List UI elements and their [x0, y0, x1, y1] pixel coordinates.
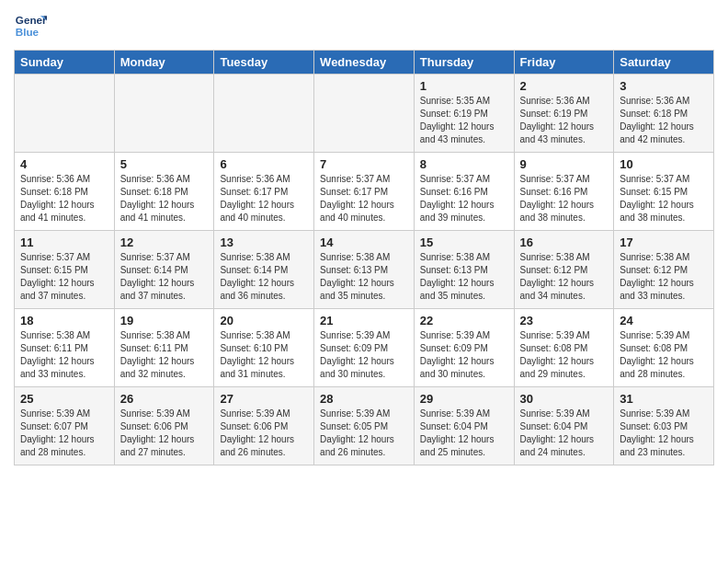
day-info: Sunrise: 5:38 AMSunset: 6:12 PMDaylight:… [520, 251, 609, 303]
day-info: Sunrise: 5:37 AMSunset: 6:16 PMDaylight:… [420, 173, 508, 224]
calendar-cell: 30Sunrise: 5:39 AMSunset: 6:04 PMDayligh… [514, 387, 614, 465]
day-number: 13 [220, 236, 308, 249]
day-number: 29 [420, 392, 508, 406]
day-number: 30 [520, 392, 609, 406]
calendar-cell: 7Sunrise: 5:37 AMSunset: 6:17 PMDaylight… [314, 153, 415, 231]
weekday-header-wednesday: Wednesday [314, 51, 415, 75]
calendar-cell: 27Sunrise: 5:39 AMSunset: 6:06 PMDayligh… [214, 387, 314, 465]
calendar-cell: 28Sunrise: 5:39 AMSunset: 6:05 PMDayligh… [314, 387, 415, 465]
day-number: 16 [520, 236, 609, 249]
day-number: 21 [320, 314, 408, 327]
calendar-cell: 19Sunrise: 5:38 AMSunset: 6:11 PMDayligh… [114, 309, 214, 387]
day-number: 19 [120, 314, 209, 327]
weekday-header-row: SundayMondayTuesdayWednesdayThursdayFrid… [15, 51, 714, 75]
day-number: 6 [220, 157, 308, 171]
calendar-cell: 8Sunrise: 5:37 AMSunset: 6:16 PMDaylight… [414, 153, 514, 231]
calendar-cell: 17Sunrise: 5:38 AMSunset: 6:12 PMDayligh… [614, 231, 714, 309]
svg-text:General: General [16, 14, 47, 26]
day-number: 8 [420, 157, 508, 171]
calendar-week-row: 4Sunrise: 5:36 AMSunset: 6:18 PMDaylight… [15, 153, 714, 231]
day-number: 25 [20, 392, 108, 406]
logo: General Blue [14, 9, 47, 42]
calendar-cell: 21Sunrise: 5:39 AMSunset: 6:09 PMDayligh… [314, 309, 415, 387]
day-number: 28 [320, 392, 408, 406]
day-info: Sunrise: 5:36 AMSunset: 6:18 PMDaylight:… [620, 95, 708, 146]
calendar-cell: 4Sunrise: 5:36 AMSunset: 6:18 PMDaylight… [15, 153, 115, 231]
calendar-cell: 6Sunrise: 5:36 AMSunset: 6:17 PMDaylight… [214, 153, 314, 231]
calendar-cell: 16Sunrise: 5:38 AMSunset: 6:12 PMDayligh… [514, 231, 614, 309]
calendar-cell: 25Sunrise: 5:39 AMSunset: 6:07 PMDayligh… [15, 387, 115, 465]
weekday-header-friday: Friday [514, 51, 614, 75]
day-number: 11 [20, 236, 108, 249]
day-info: Sunrise: 5:39 AMSunset: 6:07 PMDaylight:… [20, 408, 108, 459]
day-info: Sunrise: 5:36 AMSunset: 6:18 PMDaylight:… [120, 173, 209, 224]
weekday-header-saturday: Saturday [614, 51, 714, 75]
day-number: 31 [620, 392, 708, 406]
day-number: 14 [320, 236, 408, 249]
day-number: 2 [520, 79, 609, 93]
calendar-cell [114, 75, 214, 153]
day-info: Sunrise: 5:39 AMSunset: 6:05 PMDaylight:… [320, 408, 408, 459]
day-info: Sunrise: 5:39 AMSunset: 6:09 PMDaylight:… [320, 329, 408, 381]
day-number: 12 [120, 236, 209, 249]
day-info: Sunrise: 5:37 AMSunset: 6:14 PMDaylight:… [120, 251, 209, 303]
calendar-cell: 20Sunrise: 5:38 AMSunset: 6:10 PMDayligh… [214, 309, 314, 387]
calendar-cell: 15Sunrise: 5:38 AMSunset: 6:13 PMDayligh… [414, 231, 514, 309]
day-number: 9 [520, 157, 609, 171]
logo-icon: General Blue [14, 9, 47, 42]
day-info: Sunrise: 5:39 AMSunset: 6:04 PMDaylight:… [420, 408, 508, 459]
day-info: Sunrise: 5:39 AMSunset: 6:04 PMDaylight:… [520, 408, 609, 459]
day-info: Sunrise: 5:37 AMSunset: 6:16 PMDaylight:… [520, 173, 609, 224]
day-info: Sunrise: 5:39 AMSunset: 6:03 PMDaylight:… [620, 408, 708, 459]
day-info: Sunrise: 5:37 AMSunset: 6:17 PMDaylight:… [320, 173, 408, 224]
calendar-cell: 26Sunrise: 5:39 AMSunset: 6:06 PMDayligh… [114, 387, 214, 465]
calendar-cell: 9Sunrise: 5:37 AMSunset: 6:16 PMDaylight… [514, 153, 614, 231]
calendar-cell: 29Sunrise: 5:39 AMSunset: 6:04 PMDayligh… [414, 387, 514, 465]
day-info: Sunrise: 5:38 AMSunset: 6:12 PMDaylight:… [620, 251, 708, 303]
day-info: Sunrise: 5:38 AMSunset: 6:13 PMDaylight:… [420, 251, 508, 303]
calendar-cell: 5Sunrise: 5:36 AMSunset: 6:18 PMDaylight… [114, 153, 214, 231]
day-info: Sunrise: 5:38 AMSunset: 6:11 PMDaylight:… [20, 329, 108, 381]
calendar-cell: 24Sunrise: 5:39 AMSunset: 6:08 PMDayligh… [614, 309, 714, 387]
day-number: 3 [620, 79, 708, 93]
calendar-cell [15, 75, 115, 153]
calendar-cell: 2Sunrise: 5:36 AMSunset: 6:19 PMDaylight… [514, 75, 614, 153]
day-number: 27 [220, 392, 308, 406]
weekday-header-sunday: Sunday [15, 51, 115, 75]
day-info: Sunrise: 5:39 AMSunset: 6:08 PMDaylight:… [620, 329, 708, 381]
calendar-cell: 10Sunrise: 5:37 AMSunset: 6:15 PMDayligh… [614, 153, 714, 231]
day-number: 7 [320, 157, 408, 171]
day-number: 23 [520, 314, 609, 327]
day-info: Sunrise: 5:38 AMSunset: 6:14 PMDaylight:… [220, 251, 308, 303]
calendar-week-row: 11Sunrise: 5:37 AMSunset: 6:15 PMDayligh… [15, 231, 714, 309]
day-info: Sunrise: 5:36 AMSunset: 6:17 PMDaylight:… [220, 173, 308, 224]
calendar-week-row: 1Sunrise: 5:35 AMSunset: 6:19 PMDaylight… [15, 75, 714, 153]
day-number: 4 [20, 157, 108, 171]
day-info: Sunrise: 5:38 AMSunset: 6:10 PMDaylight:… [220, 329, 308, 381]
weekday-header-thursday: Thursday [414, 51, 514, 75]
calendar-week-row: 18Sunrise: 5:38 AMSunset: 6:11 PMDayligh… [15, 309, 714, 387]
calendar-cell: 11Sunrise: 5:37 AMSunset: 6:15 PMDayligh… [15, 231, 115, 309]
calendar-cell: 18Sunrise: 5:38 AMSunset: 6:11 PMDayligh… [15, 309, 115, 387]
day-info: Sunrise: 5:37 AMSunset: 6:15 PMDaylight:… [20, 251, 108, 303]
svg-text:Blue: Blue [16, 26, 40, 38]
day-number: 15 [420, 236, 508, 249]
weekday-header-tuesday: Tuesday [214, 51, 314, 75]
day-info: Sunrise: 5:38 AMSunset: 6:13 PMDaylight:… [320, 251, 408, 303]
weekday-header-monday: Monday [114, 51, 214, 75]
calendar-cell: 22Sunrise: 5:39 AMSunset: 6:09 PMDayligh… [414, 309, 514, 387]
day-number: 26 [120, 392, 209, 406]
day-info: Sunrise: 5:39 AMSunset: 6:09 PMDaylight:… [420, 329, 508, 381]
calendar-cell: 13Sunrise: 5:38 AMSunset: 6:14 PMDayligh… [214, 231, 314, 309]
day-info: Sunrise: 5:39 AMSunset: 6:06 PMDaylight:… [120, 408, 209, 459]
day-number: 22 [420, 314, 508, 327]
calendar-table: SundayMondayTuesdayWednesdayThursdayFrid… [14, 50, 714, 465]
day-info: Sunrise: 5:36 AMSunset: 6:18 PMDaylight:… [20, 173, 108, 224]
day-number: 17 [620, 236, 708, 249]
calendar-cell: 1Sunrise: 5:35 AMSunset: 6:19 PMDaylight… [414, 75, 514, 153]
calendar-cell: 14Sunrise: 5:38 AMSunset: 6:13 PMDayligh… [314, 231, 415, 309]
day-info: Sunrise: 5:36 AMSunset: 6:19 PMDaylight:… [520, 95, 609, 146]
calendar-cell [314, 75, 415, 153]
day-info: Sunrise: 5:37 AMSunset: 6:15 PMDaylight:… [620, 173, 708, 224]
day-info: Sunrise: 5:39 AMSunset: 6:08 PMDaylight:… [520, 329, 609, 381]
